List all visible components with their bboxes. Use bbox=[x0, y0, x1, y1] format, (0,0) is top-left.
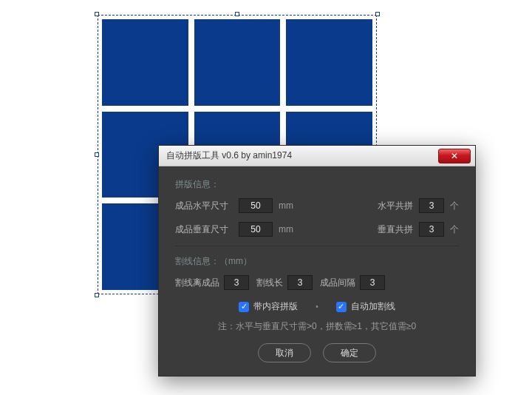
checkbox-row: ✓ 带内容拼版 • ✓ 自动加割线 bbox=[175, 300, 459, 313]
row-cutline: 割线离成品 割线长 成品间隔 bbox=[175, 275, 459, 290]
h-count-label: 水平共拼 bbox=[378, 200, 413, 212]
v-count-label: 垂直共拼 bbox=[378, 223, 413, 236]
cut-length-label: 割线长 bbox=[256, 277, 283, 289]
dot-separator: • bbox=[316, 303, 318, 311]
close-button[interactable]: ✕ bbox=[438, 149, 471, 163]
h-size-input[interactable] bbox=[239, 198, 273, 213]
tile bbox=[286, 19, 372, 106]
h-size-label: 成品水平尺寸 bbox=[175, 200, 233, 212]
v-size-label: 成品垂直尺寸 bbox=[175, 223, 233, 236]
footer-note: 注：水平与垂直尺寸需>0，拼数需≥1，其它值需≥0 bbox=[175, 320, 459, 333]
tile bbox=[194, 19, 281, 106]
cut-offset-label: 割线离成品 bbox=[175, 277, 219, 289]
imposition-dialog: 自动拼版工具 v0.6 by amin1974 ✕ 拼版信息： 成品水平尺寸 m… bbox=[158, 145, 476, 377]
v-count-input[interactable] bbox=[419, 222, 444, 237]
h-count-unit: 个 bbox=[450, 200, 459, 212]
checkbox-with-content-label: 带内容拼版 bbox=[253, 300, 298, 313]
gap-input[interactable] bbox=[360, 275, 385, 290]
checkbox-with-content[interactable]: ✓ 带内容拼版 bbox=[239, 300, 298, 313]
h-size-unit: mm bbox=[279, 200, 295, 211]
check-icon: ✓ bbox=[336, 302, 347, 312]
h-count-input[interactable] bbox=[419, 198, 444, 213]
cut-length-input[interactable] bbox=[287, 275, 313, 290]
dialog-title: 自动拼版工具 v0.6 by amin1974 bbox=[166, 149, 438, 162]
dialog-buttons: 取消 确定 bbox=[175, 343, 459, 362]
checkbox-auto-cutline-label: 自动加割线 bbox=[351, 300, 395, 313]
row-horizontal: 成品水平尺寸 mm 水平共拼 个 bbox=[175, 198, 459, 213]
handle-top-left[interactable] bbox=[95, 12, 99, 16]
section-imposition-heading: 拼版信息： bbox=[175, 178, 459, 191]
dialog-titlebar[interactable]: 自动拼版工具 v0.6 by amin1974 ✕ bbox=[159, 146, 475, 166]
cancel-button[interactable]: 取消 bbox=[258, 343, 311, 362]
section-cutline-heading: 割线信息：（mm） bbox=[175, 255, 459, 268]
checkbox-auto-cutline[interactable]: ✓ 自动加割线 bbox=[336, 300, 395, 313]
ok-button[interactable]: 确定 bbox=[323, 343, 376, 362]
gap-label: 成品间隔 bbox=[320, 277, 355, 289]
handle-top-right[interactable] bbox=[375, 12, 380, 16]
v-size-input[interactable] bbox=[239, 222, 273, 237]
separator bbox=[175, 246, 459, 246]
handle-top-mid[interactable] bbox=[235, 12, 239, 16]
dialog-body: 拼版信息： 成品水平尺寸 mm 水平共拼 个 成品垂直尺寸 mm 垂直共拼 个 … bbox=[159, 166, 475, 376]
cut-offset-input[interactable] bbox=[224, 275, 249, 290]
v-size-unit: mm bbox=[279, 224, 295, 234]
handle-mid-left[interactable] bbox=[95, 152, 99, 157]
check-icon: ✓ bbox=[239, 302, 249, 312]
tile bbox=[102, 19, 188, 106]
close-icon: ✕ bbox=[451, 152, 458, 161]
v-count-unit: 个 bbox=[450, 223, 459, 236]
row-vertical: 成品垂直尺寸 mm 垂直共拼 个 bbox=[175, 222, 459, 237]
handle-bot-left[interactable] bbox=[95, 293, 99, 297]
